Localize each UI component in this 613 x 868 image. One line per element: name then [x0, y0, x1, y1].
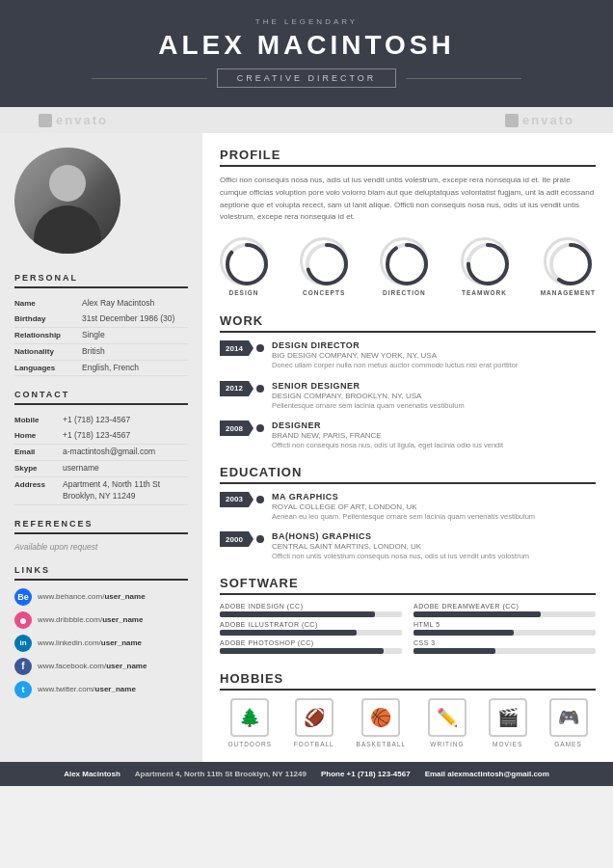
personal-table: Name Alex Ray Macintosh Birthday 31st De… — [14, 296, 188, 376]
dribbble-link[interactable]: www.dribbble.com/user_name — [38, 615, 143, 624]
software-bar-fill — [220, 630, 357, 636]
skill-item: TEAMWORK — [461, 237, 509, 296]
skill-svg — [223, 240, 271, 288]
timeline-content: DESIGNER BRAND NEW, PARIS, FRANCE Offict… — [272, 420, 596, 451]
software-label: ADOBE PHOTOSHOP (CC) — [220, 639, 402, 646]
timeline-desc: Officti non consequis nosa nus, odis ut … — [272, 441, 596, 451]
hobby-item: 🏀 BASKETBALL — [357, 698, 407, 747]
header-title: CREATIVE DIRECTOR — [217, 68, 397, 88]
footer: Alex Macintosh Apartment 4, North 11th S… — [0, 762, 613, 786]
work-timeline: 2014 DESIGN DIRECTOR BIG DESIGN COMPANY,… — [220, 340, 596, 451]
timeline-item: 2003 MA GRAPHICS ROYAL COLLEGE OF ART, L… — [220, 492, 596, 523]
timeline-desc: Donec ullam corper nulla non metus aucto… — [272, 361, 596, 371]
timeline-item: 2012 SENIOR DESIGNER DESIGN COMPANY, BRO… — [220, 381, 596, 412]
skill-svg — [383, 240, 431, 288]
skill-circle — [380, 237, 428, 285]
footer-email-label: Email alexmactintosh@gmail.com — [425, 770, 549, 778]
timeline-dot — [256, 535, 264, 543]
timeline-dot — [256, 496, 264, 503]
facebook-link[interactable]: www.facebook.com/user_name — [38, 662, 147, 670]
software-bar-fill — [413, 630, 514, 636]
software-bar-bg — [220, 630, 402, 636]
timeline-year: 2000 — [220, 531, 249, 547]
hobby-item: ✏️ WRITING — [428, 698, 466, 747]
footer-phone-label: Phone +1 (718) 123-4567 — [321, 770, 411, 778]
header-subtitle: THE LEGENDARY — [19, 17, 594, 26]
software-col-left: ADOBE INDESIGN (CC) ADOBE ILLUSTRATOR (C… — [220, 603, 402, 658]
timeline-jobtitle: SENIOR DESIGNER — [272, 381, 596, 391]
hobby-label: MOVIES — [493, 741, 522, 747]
timeline-company: CENTRAL SAINT MARTINS, LONDON, UK — [272, 542, 596, 551]
table-row: Email a-mactintosh@gmail.com — [14, 445, 188, 461]
hobby-item: 🎬 MOVIES — [489, 698, 527, 747]
hobby-item: 🏈 FOOTBALL — [294, 698, 334, 747]
software-title: SOFTWARE — [220, 576, 596, 595]
watermark-text-left: envato — [56, 113, 108, 127]
education-title: EDUCATION — [220, 465, 596, 484]
timeline-content: BA(HONS) GRAPHICS CENTRAL SAINT MARTINS,… — [272, 531, 596, 562]
software-bar-fill — [413, 611, 541, 617]
software-col-right: ADOBE DREAMWEAVER (CC) HTML 5 CSS 3 — [413, 603, 596, 658]
personal-value: 31st December 1986 (30) — [82, 312, 188, 327]
table-row: Nationality British — [14, 343, 188, 360]
software-item: ADOBE INDESIGN (CC) — [220, 603, 402, 617]
skill-svg — [464, 240, 512, 288]
footer-name: Alex Macintosh — [64, 770, 120, 778]
timeline-desc: Pellentesque ornare sem lacinia quam ven… — [272, 401, 596, 412]
profile-text: Offici non consequis nosa nus, adis ut i… — [220, 175, 596, 224]
header-line-right — [406, 78, 521, 79]
timeline-company: ROYAL COLLEGE OF ART, LONDON, UK — [272, 502, 596, 511]
software-bar-bg — [413, 611, 596, 617]
hobby-label: WRITING — [430, 741, 464, 747]
footer-address: Apartment 4, North 11th St Brooklyn, NY … — [135, 770, 306, 778]
header-line-left — [92, 78, 207, 79]
list-item: t www.twitter.com/user_name — [14, 681, 188, 698]
linkedin-icon: in — [14, 635, 32, 652]
skill-item: MANAGEMENT — [541, 237, 596, 296]
timeline-jobtitle: DESIGNER — [272, 420, 596, 430]
avatar — [14, 148, 120, 254]
hobbies-row: 🌲 OUTDOORS 🏈 FOOTBALL 🏀 BASKETBALL ✏️ WR… — [220, 698, 596, 747]
contact-value: +1 (718) 123-4567 — [63, 413, 188, 428]
software-item: ADOBE ILLUSTRATOR (CC) — [220, 621, 402, 636]
twitter-link[interactable]: www.twitter.com/user_name — [38, 685, 136, 693]
hobby-icon: ✏️ — [428, 698, 466, 737]
list-item: f www.facebook.com/user_name — [14, 658, 188, 675]
software-item: CSS 3 — [413, 639, 596, 654]
timeline-desc: Officti non untis volestrum consequis no… — [272, 552, 596, 562]
software-bar-bg — [220, 648, 402, 654]
timeline-company: DESIGN COMPANY, BROOKLYN, NY, USA — [272, 392, 596, 400]
skill-circle — [220, 237, 268, 285]
software-bar-bg — [413, 648, 596, 654]
behance-link[interactable]: www.behance.com/user_name — [38, 592, 146, 601]
timeline-dot — [256, 424, 264, 432]
skill-svg — [546, 240, 595, 288]
content: PROFILE Offici non consequis nosa nus, a… — [202, 133, 613, 762]
contact-label: Home — [14, 428, 63, 444]
hobby-label: FOOTBALL — [294, 741, 334, 747]
software-bar-bg — [413, 630, 596, 636]
timeline-content: DESIGN DIRECTOR BIG DESIGN COMPANY, NEW … — [272, 340, 596, 371]
personal-label: Relationship — [14, 327, 82, 343]
skill-item: CONCEPTS — [300, 237, 348, 296]
contact-value: username — [63, 461, 188, 477]
table-row: Mobile +1 (718) 123-4567 — [14, 413, 188, 428]
contact-label: Mobile — [14, 413, 63, 428]
main-layout: PERSONAL Name Alex Ray Macintosh Birthda… — [0, 133, 613, 762]
software-item: ADOBE DREAMWEAVER (CC) — [413, 603, 596, 617]
references-text: Available upon request — [14, 542, 188, 552]
hobby-icon: 🎬 — [489, 698, 527, 737]
skill-circle — [544, 237, 592, 285]
avatar-head — [49, 165, 86, 202]
list-item: ● www.dribbble.com/user_name — [14, 611, 188, 629]
twitter-icon: t — [14, 681, 32, 698]
linkedin-link[interactable]: www.linkedin.com/user_name — [38, 638, 142, 647]
software-bar-fill — [413, 648, 495, 654]
skill-svg — [303, 240, 351, 288]
timeline-item: 2014 DESIGN DIRECTOR BIG DESIGN COMPANY,… — [220, 340, 596, 371]
hobby-icon: 🏀 — [361, 698, 400, 737]
software-bar-bg — [220, 611, 402, 617]
hobby-label: GAMES — [554, 741, 581, 747]
personal-value: Single — [82, 327, 188, 343]
software-bar-fill — [220, 648, 384, 654]
